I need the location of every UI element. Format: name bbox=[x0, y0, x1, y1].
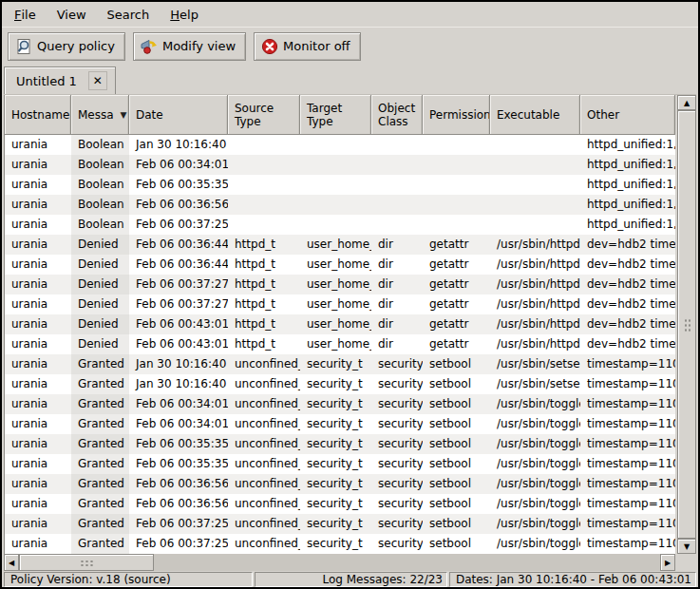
column-header-messa[interactable]: Messa▼ bbox=[71, 95, 129, 135]
table-cell: Granted bbox=[71, 454, 129, 474]
vertical-scroll-thumb[interactable] bbox=[677, 110, 696, 539]
table-cell: Boolean bbox=[71, 215, 129, 235]
scroll-down-button[interactable]: ▼ bbox=[677, 539, 696, 554]
column-header-label: Source Type bbox=[235, 102, 295, 128]
menu-help[interactable]: Help bbox=[160, 2, 209, 27]
table-row[interactable]: uraniaDeniedFeb 06 00:36:44httpd_tuser_h… bbox=[5, 235, 675, 255]
table-cell: Granted bbox=[71, 534, 129, 554]
table-cell bbox=[423, 135, 490, 155]
table-cell: Feb 06 00:37:25 bbox=[129, 215, 228, 235]
column-header-target-type[interactable]: Target Type bbox=[300, 95, 371, 135]
table-cell: httpd_t bbox=[228, 314, 300, 334]
toolbar-button-label: Modify view bbox=[162, 39, 236, 53]
table-cell: security bbox=[371, 494, 423, 514]
column-header-date[interactable]: Date bbox=[129, 95, 228, 135]
horizontal-scroll-thumb[interactable] bbox=[19, 554, 154, 571]
table-cell: unconfined_ bbox=[228, 514, 300, 534]
table-cell: setbool bbox=[423, 394, 490, 414]
table-row[interactable]: uraniaGrantedFeb 06 00:35:35unconfined_s… bbox=[5, 434, 675, 454]
table-cell: Boolean bbox=[71, 195, 129, 215]
table-cell: Granted bbox=[71, 514, 129, 534]
table-row[interactable]: uraniaBooleanFeb 06 00:35:35httpd_unifie… bbox=[5, 175, 675, 195]
table-row[interactable]: uraniaBooleanFeb 06 00:34:01httpd_unifie… bbox=[5, 155, 675, 175]
table-row[interactable]: uraniaGrantedFeb 06 00:37:25unconfined_s… bbox=[5, 514, 675, 534]
column-header-label: Permission bbox=[429, 108, 490, 122]
table-row[interactable]: uraniaBooleanFeb 06 00:37:25httpd_unifie… bbox=[5, 215, 675, 235]
scroll-left-button[interactable]: ◀ bbox=[4, 554, 19, 571]
table-cell: urania bbox=[5, 275, 71, 294]
table-row[interactable]: uraniaGrantedFeb 06 00:34:01unconfined_s… bbox=[5, 394, 675, 414]
table-row[interactable]: uraniaGrantedFeb 06 00:35:35unconfined_s… bbox=[5, 454, 675, 474]
scroll-up-button[interactable]: ▲ bbox=[677, 95, 696, 110]
table-cell: getattr bbox=[423, 294, 490, 314]
table-cell: urania bbox=[5, 155, 71, 175]
column-header-source-type[interactable]: Source Type bbox=[228, 95, 300, 135]
table-cell: Granted bbox=[71, 414, 129, 434]
table-cell bbox=[300, 135, 371, 155]
table-cell: dev=hdb2 timesta bbox=[580, 294, 675, 314]
table-cell: Denied bbox=[71, 255, 129, 275]
table-row[interactable]: uraniaDeniedFeb 06 00:37:27httpd_tuser_h… bbox=[5, 294, 675, 314]
monitor-off-button[interactable]: Monitor off bbox=[254, 32, 360, 61]
table-row[interactable]: uraniaDeniedFeb 06 00:36:44httpd_tuser_h… bbox=[5, 255, 675, 275]
horizontal-scroll-track[interactable] bbox=[19, 554, 660, 571]
menu-file[interactable]: File bbox=[4, 2, 47, 27]
table-cell bbox=[490, 195, 580, 215]
table-cell: /usr/sbin/toggle bbox=[490, 434, 580, 454]
horizontal-scrollbar-row: ◀ ▶ bbox=[4, 554, 696, 571]
column-header-object-class[interactable]: Object Class bbox=[371, 95, 423, 135]
table-row[interactable]: uraniaGrantedFeb 06 00:36:56unconfined_s… bbox=[5, 474, 675, 494]
table-cell: httpd_unified:1, h bbox=[580, 135, 675, 155]
table-row[interactable]: uraniaDeniedFeb 06 00:37:27httpd_tuser_h… bbox=[5, 275, 675, 294]
column-header-other[interactable]: Other bbox=[580, 95, 675, 135]
table-row[interactable]: uraniaGrantedJan 30 10:16:40unconfined_s… bbox=[5, 354, 675, 374]
monitor-off-icon bbox=[261, 38, 278, 55]
table-cell: urania bbox=[5, 135, 71, 155]
table-cell: Feb 06 00:34:01 bbox=[129, 394, 228, 414]
column-header-permission[interactable]: Permission bbox=[423, 95, 490, 135]
scroll-right-button[interactable]: ▶ bbox=[660, 554, 675, 571]
vertical-scrollbar[interactable]: ▲ ▼ bbox=[675, 95, 696, 554]
table-cell: security_t bbox=[300, 514, 371, 534]
query-policy-button[interactable]: Query policy bbox=[8, 32, 125, 61]
table-row[interactable]: uraniaDeniedFeb 06 00:43:01httpd_tuser_h… bbox=[5, 334, 675, 354]
vertical-scroll-track[interactable] bbox=[677, 110, 696, 539]
table-cell bbox=[300, 155, 371, 175]
arrow-left-icon: ◀ bbox=[9, 559, 14, 567]
column-header-executable[interactable]: Executable bbox=[490, 95, 580, 135]
table-header: HostnameMessa▼DateSource TypeTarget Type… bbox=[5, 95, 675, 135]
tab-untitled-1[interactable]: Untitled 1 ✕ bbox=[4, 66, 116, 94]
tab-close-button[interactable]: ✕ bbox=[88, 71, 107, 90]
table-row[interactable]: uraniaBooleanJan 30 10:16:40httpd_unifie… bbox=[5, 135, 675, 155]
table-cell: getattr bbox=[423, 334, 490, 354]
thumb-grip-icon bbox=[684, 318, 691, 332]
table-row[interactable]: uraniaGrantedJan 30 10:16:40unconfined_s… bbox=[5, 374, 675, 394]
table-cell: httpd_t bbox=[228, 334, 300, 354]
table-row[interactable]: uraniaDeniedFeb 06 00:43:01httpd_tuser_h… bbox=[5, 314, 675, 334]
horizontal-scrollbar[interactable]: ◀ ▶ bbox=[4, 554, 675, 571]
modify-view-button[interactable]: Modify view bbox=[133, 32, 246, 61]
table-cell: urania bbox=[5, 374, 71, 394]
table-cell bbox=[228, 215, 300, 235]
table-row[interactable]: uraniaGrantedFeb 06 00:34:01unconfined_s… bbox=[5, 414, 675, 434]
column-header-hostname[interactable]: Hostname bbox=[5, 95, 71, 135]
table-cell: timestamp=11071 bbox=[580, 354, 675, 374]
table-cell: urania bbox=[5, 255, 71, 275]
table-row[interactable]: uraniaGrantedFeb 06 00:36:56unconfined_s… bbox=[5, 494, 675, 514]
table-cell: Feb 06 00:37:25 bbox=[129, 534, 228, 554]
table-cell: httpd_unified:1, h bbox=[580, 155, 675, 175]
table-cell: Feb 06 00:37:27 bbox=[129, 275, 228, 294]
table-row[interactable]: uraniaBooleanFeb 06 00:36:56httpd_unifie… bbox=[5, 195, 675, 215]
menu-view[interactable]: View bbox=[47, 2, 97, 27]
table-row[interactable]: uraniaGrantedFeb 06 00:37:25unconfined_s… bbox=[5, 534, 675, 554]
table-cell: /usr/sbin/toggle bbox=[490, 514, 580, 534]
column-header-label: Target Type bbox=[307, 102, 367, 128]
table-cell bbox=[228, 195, 300, 215]
menu-search[interactable]: Search bbox=[97, 2, 161, 27]
status-policy-version: Policy Version: v.18 (source) bbox=[4, 572, 253, 587]
table-cell bbox=[423, 215, 490, 235]
table-cell bbox=[371, 155, 423, 175]
table-cell: setbool bbox=[423, 354, 490, 374]
table-cell: Jan 30 10:16:40 bbox=[129, 135, 228, 155]
table-cell: urania bbox=[5, 235, 71, 255]
